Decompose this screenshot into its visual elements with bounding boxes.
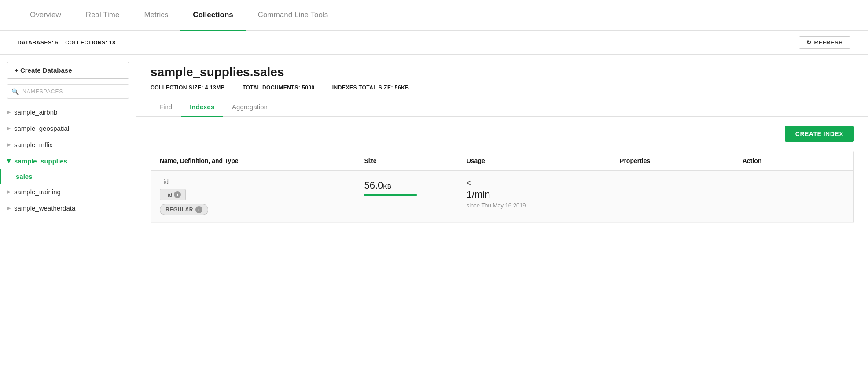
col-action-header: Action (743, 157, 845, 164)
collections-count: 18 (109, 40, 115, 46)
tab-aggregation[interactable]: Aggregation (223, 98, 276, 117)
create-index-button[interactable]: CREATE INDEX (785, 126, 854, 142)
col-properties-header: Properties (620, 157, 743, 164)
nav-metrics[interactable]: Metrics (132, 0, 180, 31)
total-docs-info: TOTAL DOCUMENTS: 5000 (243, 85, 315, 91)
database-list: ▶ sample_airbnb ▶ sample_geospatial ▶ sa… (0, 104, 136, 392)
search-icon: 🔍 (11, 88, 19, 95)
databases-count: 6 (55, 40, 59, 46)
collection-header: sample_supplies.sales COLLECTION SIZE: 4… (136, 55, 868, 98)
index-name: _id_ (160, 178, 364, 185)
index-size-col: 56.0KB (364, 178, 466, 196)
index-type-badge: REGULAR i (160, 204, 208, 215)
index-field-badge: _id i (160, 189, 186, 200)
create-database-button[interactable]: + Create Database (7, 62, 129, 79)
usage-since: since Thu May 16 2019 (467, 202, 620, 209)
col-name-header: Name, Definition, and Type (160, 157, 364, 164)
index-usage-col: < 1/min since Thu May 16 2019 (467, 178, 620, 209)
main-content: sample_supplies.sales COLLECTION SIZE: 4… (136, 55, 868, 392)
chevron-right-icon: ▶ (7, 142, 11, 148)
tab-find[interactable]: Find (151, 98, 181, 117)
index-table-header: Name, Definition, and Type Size Usage Pr… (151, 151, 853, 171)
sidebar-item-sales[interactable]: sales (0, 169, 136, 184)
col-usage-header: Usage (467, 157, 620, 164)
stats-bar: DATABASES: 6 COLLECTIONS: 18 ↻ REFRESH (0, 31, 868, 55)
index-size-value: 56.0KB (364, 180, 466, 191)
chevron-right-icon: ▶ (7, 109, 11, 115)
refresh-icon: ↻ (806, 39, 812, 46)
usage-lt: < (467, 178, 620, 188)
indexes-total-info: INDEXES TOTAL SIZE: 56KB (332, 85, 409, 91)
chevron-down-icon: ▶ (6, 159, 12, 163)
sidebar: + Create Database 🔍 ▶ sample_airbnb ▶ sa… (0, 55, 136, 392)
usage-rate: 1/min (467, 189, 620, 200)
stats-info: DATABASES: 6 COLLECTIONS: 18 (18, 40, 115, 46)
chevron-right-icon: ▶ (7, 126, 11, 131)
table-row: _id_ _id i REGULAR i 56.0KB (151, 171, 853, 223)
nav-collections[interactable]: Collections (180, 0, 246, 31)
size-bar (364, 194, 417, 196)
nav-commandline[interactable]: Command Line Tools (246, 0, 340, 31)
sidebar-item-sample_supplies[interactable]: ▶ sample_supplies (0, 153, 136, 169)
field-info-icon[interactable]: i (174, 191, 181, 198)
indexes-area: CREATE INDEX Name, Definition, and Type … (136, 117, 868, 232)
namespace-search-input[interactable] (7, 84, 129, 99)
collection-meta: COLLECTION SIZE: 4.13MB TOTAL DOCUMENTS:… (151, 85, 854, 91)
refresh-button[interactable]: ↻ REFRESH (799, 36, 850, 49)
collection-title: sample_supplies.sales (151, 65, 854, 79)
nav-overview[interactable]: Overview (18, 0, 74, 31)
type-info-icon[interactable]: i (195, 206, 202, 213)
sidebar-item-sample_geospatial[interactable]: ▶ sample_geospatial (0, 120, 136, 137)
index-table: Name, Definition, and Type Size Usage Pr… (151, 151, 854, 223)
index-name-col: _id_ _id i REGULAR i (160, 178, 364, 215)
chevron-right-icon: ▶ (7, 205, 11, 211)
collection-size-info: COLLECTION SIZE: 4.13MB (151, 85, 225, 91)
namespace-search-container: 🔍 (7, 84, 129, 99)
top-nav: Overview Real Time Metrics Collections C… (0, 0, 868, 31)
databases-label: DATABASES: (18, 40, 54, 46)
chevron-right-icon: ▶ (7, 189, 11, 195)
sidebar-item-sample_airbnb[interactable]: ▶ sample_airbnb (0, 104, 136, 120)
sidebar-item-sample_training[interactable]: ▶ sample_training (0, 184, 136, 200)
size-bar-container (364, 194, 466, 196)
nav-realtime[interactable]: Real Time (74, 0, 132, 31)
collections-label: COLLECTIONS: (65, 40, 107, 46)
main-layout: + Create Database 🔍 ▶ sample_airbnb ▶ sa… (0, 55, 868, 392)
sidebar-item-sample_mflix[interactable]: ▶ sample_mflix (0, 137, 136, 153)
collection-list-sample_supplies: sales (0, 169, 136, 184)
tab-indexes[interactable]: Indexes (181, 98, 223, 117)
indexes-toolbar: CREATE INDEX (151, 126, 854, 142)
content-tabs: Find Indexes Aggregation (136, 98, 868, 117)
col-size-header: Size (364, 157, 466, 164)
sidebar-item-sample_weatherdata[interactable]: ▶ sample_weatherdata (0, 200, 136, 216)
